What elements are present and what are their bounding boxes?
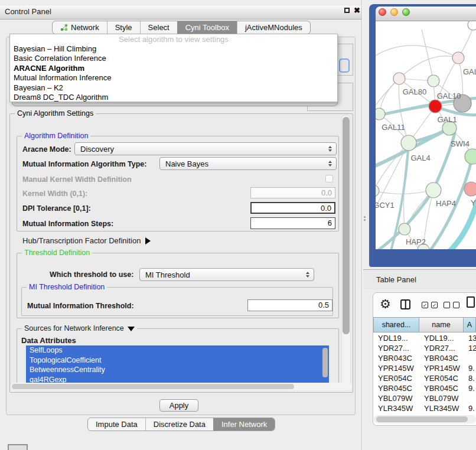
tab-infer-network[interactable]: Infer Network bbox=[213, 418, 275, 431]
panel-divider-highlight bbox=[362, 0, 363, 450]
dpi-tolerance-field[interactable]: 0.0 bbox=[250, 202, 335, 214]
table-cell: 9. bbox=[464, 383, 476, 393]
mi-threshold-field[interactable]: 0.5 bbox=[247, 299, 332, 311]
algorithm-popup-prompt: Select algorithm to view settings bbox=[10, 34, 337, 44]
gear-icon[interactable]: ⚙ bbox=[380, 298, 391, 310]
algorithm-option-basic-correlation-inference[interactable]: Basic Correlation Inference bbox=[10, 54, 337, 63]
node-label-gal1: GAL1 bbox=[437, 115, 457, 124]
checked-checkbox-icon[interactable]: ✓ bbox=[431, 302, 438, 308]
table-cell: 9. bbox=[464, 403, 476, 413]
node-label-gal80: GAL80 bbox=[403, 87, 426, 96]
algorithm-option-dream8-dc-tdc-algorithm[interactable]: Dream8 DC_TDC Algorithm bbox=[10, 93, 337, 102]
tab-style[interactable]: Style bbox=[107, 21, 140, 34]
table-cell bbox=[464, 393, 476, 403]
table-row[interactable]: YER054CYER054C8. bbox=[373, 373, 476, 383]
table-cell: YBR045C bbox=[373, 383, 419, 393]
hub-transcription-factor-section[interactable]: Hub/Transcription Factor Definition bbox=[22, 236, 151, 245]
table-cell: 8. bbox=[464, 373, 476, 383]
export-table-icon[interactable] bbox=[467, 296, 475, 308]
column-header-shared[interactable]: shared... bbox=[373, 317, 419, 332]
node-label-gal: GAL bbox=[463, 67, 476, 76]
attribute-item-betweennesscentrality[interactable]: BetweennessCentrality bbox=[26, 365, 329, 375]
table-cell: YBR043C bbox=[419, 353, 464, 363]
aracne-mode-select[interactable]: Discovery bbox=[74, 142, 337, 155]
collapse-arrow-icon[interactable] bbox=[128, 327, 135, 331]
close-panel-icon[interactable]: ✖ bbox=[354, 6, 360, 15]
node-pink-top[interactable] bbox=[452, 52, 464, 64]
attribute-item-selfloops[interactable]: SelfLoops bbox=[26, 345, 329, 356]
apply-button[interactable]: Apply bbox=[159, 399, 198, 412]
tab-discretize-data[interactable]: Discretize Data bbox=[145, 418, 213, 431]
float-window-icon[interactable] bbox=[344, 8, 350, 13]
settings-horizontal-scrollbar-thumb[interactable] bbox=[12, 384, 294, 389]
table-row[interactable]: YBR045CYBR045C9. bbox=[373, 383, 476, 393]
control-panel-titlebar bbox=[0, 5, 361, 19]
which-threshold-select[interactable]: MI Threshold bbox=[139, 268, 314, 281]
mi-steps-field[interactable]: 6 bbox=[250, 217, 335, 229]
node-label-gal10: GAL10 bbox=[437, 92, 461, 100]
which-threshold-value: MI Threshold bbox=[145, 270, 190, 279]
algorithm-option-bayesian-k2[interactable]: Bayesian – K2 bbox=[10, 83, 337, 93]
mi-algorithm-type-select[interactable]: Naive Bayes bbox=[159, 157, 337, 170]
node-hap4[interactable] bbox=[426, 182, 441, 198]
table-cell: YBR045C bbox=[419, 383, 464, 393]
node-gal80[interactable] bbox=[393, 73, 405, 84]
window-zoom-icon[interactable] bbox=[402, 8, 410, 16]
tab-network[interactable]: Network bbox=[53, 21, 107, 34]
sources-group-title[interactable]: Sources for Network Inference bbox=[22, 324, 137, 332]
window-minimize-icon[interactable] bbox=[390, 8, 398, 16]
node-label-gal4: GAL4 bbox=[410, 154, 430, 162]
aracne-mode-value: Discovery bbox=[80, 145, 114, 154]
table-row[interactable]: YLR345WYLR345W9. bbox=[373, 403, 476, 413]
table-cell: YDL19... bbox=[373, 333, 419, 343]
kernel-width-field: 0.0 bbox=[250, 187, 335, 198]
node-top[interactable] bbox=[468, 21, 476, 30]
algorithm-option-aracne-algorithm[interactable]: ARACNE Algorithm bbox=[10, 64, 337, 73]
table-row[interactable]: YDR27...YDR27...12 bbox=[373, 343, 476, 353]
attributes-scrollbar-thumb[interactable] bbox=[322, 348, 328, 377]
table-cell: YER054C bbox=[373, 373, 419, 383]
node-gal10[interactable] bbox=[428, 75, 439, 87]
table-row[interactable]: YBL079WYBL079W bbox=[373, 393, 476, 403]
hub-section-label: Hub/Transcription Factor Definition bbox=[22, 236, 141, 245]
table-row[interactable]: YPR145WYPR145W9. bbox=[373, 363, 476, 373]
node-gal1[interactable] bbox=[429, 100, 442, 113]
checked-checkbox-icon[interactable]: ✓ bbox=[422, 302, 428, 308]
tab-jactivemnodules[interactable]: jActiveMNodules bbox=[237, 21, 310, 34]
tab-cyni-toolbox[interactable]: Cyni Toolbox bbox=[177, 21, 237, 34]
minimized-panel-icon[interactable] bbox=[8, 444, 28, 450]
data-attributes-list[interactable]: SelfLoopsTopologicalCoefficientBetweenne… bbox=[26, 345, 329, 384]
divider-grip-icon[interactable] bbox=[364, 216, 366, 218]
node-pink-right[interactable] bbox=[464, 182, 476, 196]
node-green-right[interactable] bbox=[465, 149, 476, 164]
algorithm-definition-title: Algorithm Definition bbox=[22, 132, 90, 140]
algorithm-option-mutual-information-inference[interactable]: Mutual Information Inference bbox=[10, 73, 337, 83]
node-hap2[interactable] bbox=[399, 223, 410, 235]
unchecked-checkbox-icon[interactable] bbox=[444, 302, 450, 308]
network-view-canvas[interactable]: GALGAL80GAL10GAL1GAL11SWI4GAL4GCY1HAP4YH… bbox=[376, 21, 476, 249]
control-panel-title: Control Panel bbox=[5, 7, 51, 16]
table-horizontal-scrollbar-thumb[interactable] bbox=[376, 416, 468, 422]
node-gal11[interactable] bbox=[376, 108, 385, 120]
table-cell: YPR145W bbox=[373, 363, 419, 373]
spinner-arrows-icon bbox=[306, 272, 309, 278]
node-table-rows: YDL19...YDL19...13YDR27...YDR27...12YBR0… bbox=[373, 333, 476, 415]
unchecked-checkbox-icon[interactable] bbox=[453, 302, 459, 308]
table-row[interactable]: YBR043CYBR043C bbox=[373, 353, 476, 363]
attribute-item-topologicalcoefficient[interactable]: TopologicalCoefficient bbox=[26, 356, 329, 366]
node-gcy1[interactable] bbox=[376, 185, 379, 197]
dpi-tolerance-label: DPI Tolerance [0,1]: bbox=[22, 204, 91, 213]
tab-select[interactable]: Select bbox=[140, 21, 177, 34]
column-header-a[interactable]: A bbox=[464, 317, 476, 332]
algorithm-option-bayesian-hill-climbing[interactable]: Bayesian – Hill Climbing bbox=[10, 44, 337, 54]
node-gal4[interactable] bbox=[401, 135, 416, 151]
settings-vertical-scrollbar-thumb[interactable] bbox=[343, 117, 350, 334]
columns-icon[interactable] bbox=[400, 299, 410, 309]
expand-arrow-icon[interactable] bbox=[145, 237, 151, 244]
column-header-name[interactable]: name bbox=[419, 317, 464, 332]
network-graph-icon bbox=[60, 24, 68, 31]
window-close-icon[interactable] bbox=[379, 8, 386, 16]
table-row[interactable]: YDL19...YDL19...13 bbox=[373, 333, 476, 343]
node-label-swi4: SWI4 bbox=[451, 139, 470, 148]
tab-impute-data[interactable]: Impute Data bbox=[88, 418, 145, 431]
